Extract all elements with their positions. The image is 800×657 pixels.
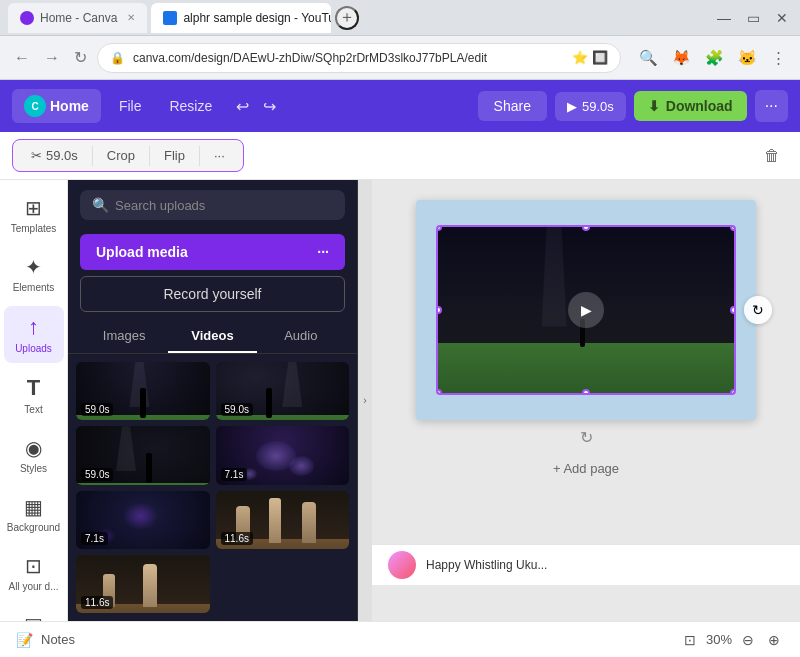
add-page-label: + Add page <box>553 461 619 476</box>
play-button[interactable]: ▶ 59.0s <box>555 92 626 121</box>
scissors-tool-button[interactable]: ✂ 59.0s <box>21 144 88 167</box>
templates-icon: ⊞ <box>25 196 42 220</box>
forward-button[interactable]: → <box>40 45 64 71</box>
address-bar[interactable]: 🔒 canva.com/design/DAEwU-zhDiw/SQhp2rDrM… <box>97 43 621 73</box>
canvas-refresh-button[interactable]: ↻ <box>744 296 772 324</box>
video-thumb-3[interactable]: 59.0s <box>76 426 210 484</box>
styles-icon: ◉ <box>25 436 42 460</box>
canva-logo: C <box>24 95 46 117</box>
sidebar-item-elements[interactable]: ✦ Elements <box>4 247 64 302</box>
video-thumb-4[interactable]: 7.1s <box>216 426 350 484</box>
video-more-button[interactable]: ··· <box>204 144 235 167</box>
download-icon: ⬇ <box>648 98 660 114</box>
guides-icon: ▤ <box>24 613 43 621</box>
extension-fox[interactable]: 🦊 <box>668 45 695 71</box>
notes-icon: 📝 <box>16 632 33 648</box>
canvas-video-element[interactable]: ▶ <box>436 225 736 395</box>
redo-button[interactable]: ↪ <box>257 93 282 120</box>
tab-videos[interactable]: Videos <box>168 320 256 353</box>
undo-button[interactable]: ↩ <box>230 93 255 120</box>
back-button[interactable]: ← <box>10 45 34 71</box>
canva-home-button[interactable]: C Home <box>12 89 101 123</box>
sidebar-item-background[interactable]: ▦ Background <box>4 487 64 542</box>
tab-close-canva[interactable]: ✕ <box>127 12 135 23</box>
win-close-button[interactable]: ✕ <box>772 8 792 28</box>
file-menu-button[interactable]: File <box>109 92 152 120</box>
extension-puzzle[interactable]: 🧩 <box>701 45 728 71</box>
new-tab-button[interactable]: ＋ <box>335 6 359 30</box>
record-button[interactable]: Record yourself <box>80 276 345 312</box>
music-bar: Happy Whistling Uku... <box>372 544 800 585</box>
browser-addressbar: ← → ↻ 🔒 canva.com/design/DAEwU-zhDiw/SQh… <box>0 36 800 80</box>
upload-search-section: 🔍 <box>68 180 357 226</box>
video-thumb-5[interactable]: 7.1s <box>76 491 210 549</box>
notes-label: Notes <box>41 632 75 647</box>
browser-tab-alphr[interactable]: alphr sample design - YouTube T... ✕ <box>151 3 331 33</box>
play-time: 59.0s <box>582 99 614 114</box>
flip-button[interactable]: Flip <box>154 144 195 167</box>
home-label: Home <box>50 98 89 114</box>
sidebar-item-all[interactable]: ⊡ All your d... <box>4 546 64 601</box>
browser-tab-canva[interactable]: Home - Canva ✕ <box>8 3 147 33</box>
search-input[interactable] <box>115 198 333 213</box>
extension-cat[interactable]: 🐱 <box>734 45 761 71</box>
background-icon: ▦ <box>24 495 43 519</box>
video-thumb-2[interactable]: 59.0s <box>216 362 350 420</box>
zoom-fit-button[interactable]: ⊡ <box>680 630 700 650</box>
canva-favicon <box>20 11 34 25</box>
crop-button[interactable]: Crop <box>97 144 145 167</box>
video-duration-2: 59.0s <box>221 403 253 416</box>
handle-bottom-middle[interactable] <box>582 389 590 395</box>
tool-divider-2 <box>149 146 150 166</box>
zoom-out-button[interactable]: ⊖ <box>738 630 758 650</box>
video-duration-1: 59.0s <box>81 403 113 416</box>
tab-audio[interactable]: Audio <box>257 320 345 353</box>
elements-icon: ✦ <box>25 255 42 279</box>
header-more-button[interactable]: ··· <box>755 90 788 122</box>
video-thumb-7[interactable]: 11.6s <box>76 555 210 613</box>
download-button[interactable]: ⬇ Download <box>634 91 747 121</box>
video-tool-section: ✂ 59.0s Crop Flip ··· <box>12 139 244 172</box>
win-restore-button[interactable]: ▭ <box>743 8 764 28</box>
sidebar-item-guides[interactable]: ▤ Guides F... <box>4 605 64 621</box>
video-duration-4: 7.1s <box>221 468 248 481</box>
sidebar-item-templates[interactable]: ⊞ Templates <box>4 188 64 243</box>
win-controls: — ▭ ✕ <box>713 8 792 28</box>
video-thumb-6[interactable]: 11.6s <box>216 491 350 549</box>
tab-label-alphr: alphr sample design - YouTube T... <box>183 11 331 25</box>
sidebar-item-styles[interactable]: ◉ Styles <box>4 428 64 483</box>
add-page-button[interactable]: + Add page <box>543 457 629 480</box>
browser-frame: Home - Canva ✕ alphr sample design - You… <box>0 0 800 657</box>
reload-button[interactable]: ↻ <box>70 44 91 71</box>
text-icon: T <box>27 375 40 401</box>
search-icon[interactable]: 🔍 <box>635 45 662 71</box>
uploads-icon: ↑ <box>28 314 39 340</box>
video-duration-6: 11.6s <box>221 532 253 545</box>
header-right: Share ▶ 59.0s ⬇ Download ··· <box>478 90 788 122</box>
zoom-in-button[interactable]: ⊕ <box>764 630 784 650</box>
share-button[interactable]: Share <box>478 91 547 121</box>
sidebar-label-all: All your d... <box>8 581 58 593</box>
music-avatar <box>388 551 416 579</box>
upload-media-button[interactable]: Upload media ··· <box>80 234 345 270</box>
handle-middle-right[interactable] <box>730 306 736 314</box>
handle-bottom-left[interactable] <box>436 389 442 395</box>
video-thumb-1[interactable]: 59.0s <box>76 362 210 420</box>
win-minimize-button[interactable]: — <box>713 8 735 28</box>
search-icon: 🔍 <box>92 197 109 213</box>
play-button-overlay[interactable]: ▶ <box>568 292 604 328</box>
sidebar-item-uploads[interactable]: ↑ Uploads <box>4 306 64 363</box>
handle-top-right[interactable] <box>730 225 736 231</box>
sidebar-item-text[interactable]: T Text <box>4 367 64 424</box>
tab-images[interactable]: Images <box>80 320 168 353</box>
delete-button[interactable]: 🗑 <box>756 143 788 169</box>
upload-actions: Upload media ··· Record yourself <box>68 226 357 320</box>
upload-tabs: Images Videos Audio <box>68 320 357 354</box>
browser-menu[interactable]: ⋮ <box>767 45 790 71</box>
handle-bottom-right[interactable] <box>730 389 736 395</box>
canvas-page-container: ⧉ ↗ ▶ <box>416 200 756 420</box>
extension-icons: 🔍 🦊 🧩 🐱 ⋮ <box>635 45 790 71</box>
sidebar-label-text: Text <box>24 404 42 416</box>
resize-button[interactable]: Resize <box>159 92 222 120</box>
panel-collapse-button[interactable]: › <box>358 180 372 621</box>
